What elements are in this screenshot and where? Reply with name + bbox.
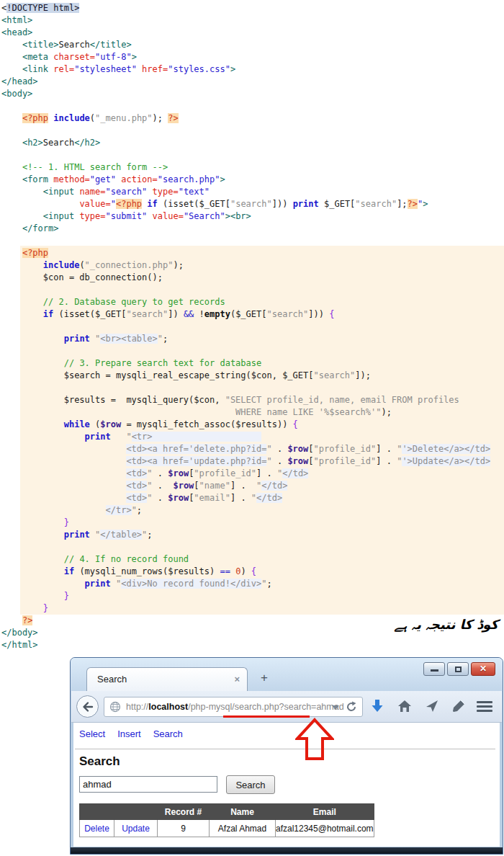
code-line: <td>" . $row["name"] . "</td> bbox=[1, 480, 504, 492]
window-bottom-edge bbox=[71, 847, 503, 854]
code-line bbox=[1, 235, 504, 247]
globe-icon bbox=[109, 701, 121, 713]
download-icon[interactable] bbox=[370, 699, 384, 713]
close-icon: ✕ bbox=[472, 664, 495, 674]
annotation-arrow-up-icon bbox=[295, 718, 334, 761]
url-host: localhost bbox=[148, 702, 188, 712]
code-line: while ($row = mysqli_fetch_assoc($result… bbox=[1, 419, 504, 431]
code-line: include("_connection.php"); bbox=[1, 259, 504, 272]
code-line: print "<div>No record found!</div>"; bbox=[1, 578, 504, 590]
table-cell: afzal12345@hotmail.com bbox=[276, 820, 374, 837]
code-line: </form> bbox=[1, 223, 504, 235]
code-line bbox=[1, 125, 504, 137]
code-line: <head> bbox=[1, 27, 504, 39]
update-link[interactable]: Update bbox=[122, 824, 150, 834]
table-cell: Delete bbox=[80, 820, 114, 837]
code-line: // 4. If no record found bbox=[1, 553, 504, 566]
tab-search[interactable]: Search × bbox=[86, 667, 248, 691]
code-line: $search = mysqli_real_escape_string($con… bbox=[1, 370, 504, 382]
table-body: DeleteUpdate9Afzal Ahmadafzal12345@hotma… bbox=[80, 820, 374, 837]
browser-window: ✕ Search × + http://localhost/php-mysql/… bbox=[70, 657, 503, 855]
code-line bbox=[1, 541, 504, 553]
code-line: print "</table>"; bbox=[1, 529, 504, 541]
table-header-cell: Name bbox=[210, 804, 276, 820]
table-row: DeleteUpdate9Afzal Ahmadafzal12345@hotma… bbox=[80, 820, 374, 837]
pen-icon[interactable] bbox=[451, 699, 466, 713]
code-line: <input type="submit" value="Search"><br> bbox=[1, 210, 504, 223]
code-lines: <!DOCTYPE html><html><head> <title>Searc… bbox=[1, 2, 504, 651]
menu-link-insert[interactable]: Insert bbox=[117, 728, 141, 739]
table-header-cell: Record # bbox=[158, 804, 210, 820]
menu-bar bbox=[477, 701, 492, 703]
minimize-icon bbox=[431, 669, 438, 672]
code-line: } bbox=[1, 602, 504, 615]
menu-link-search[interactable]: Search bbox=[153, 728, 183, 739]
restore-icon bbox=[455, 666, 462, 672]
code-line: <td>" . $row["profile_id"] . "</td> bbox=[1, 468, 504, 480]
table-header-cell bbox=[114, 804, 158, 820]
code-line: <td><a href='update.php?id=" . $row["pro… bbox=[1, 455, 504, 468]
delete-link[interactable]: Delete bbox=[84, 824, 109, 834]
home-icon[interactable] bbox=[397, 699, 412, 713]
code-line: <input name="search" type="text" bbox=[1, 186, 504, 198]
code-line: <title>Search</title> bbox=[1, 39, 504, 51]
code-line: $con = db_connection(); bbox=[1, 272, 504, 284]
menu-bar bbox=[477, 705, 492, 708]
new-tab-button[interactable]: + bbox=[255, 671, 274, 687]
code-line: if (mysqli_num_rows($results) == 0) { bbox=[1, 566, 504, 578]
menu-link-select[interactable]: Select bbox=[79, 728, 105, 739]
send-icon[interactable] bbox=[425, 699, 439, 713]
url-bar[interactable]: http://localhost/php-mysql/search.php?se… bbox=[104, 697, 363, 717]
code-line: } bbox=[1, 517, 504, 529]
search-submit-button[interactable]: Search bbox=[226, 775, 275, 794]
code-line bbox=[1, 382, 504, 394]
page-content: SelectInsertSearch Search Search Record … bbox=[73, 723, 500, 847]
code-line: <?php bbox=[1, 247, 504, 259]
restore-button[interactable] bbox=[447, 662, 469, 676]
code-line: if (isset($_GET["search"]) && !empty($_G… bbox=[1, 308, 504, 321]
page-title: Search bbox=[79, 754, 120, 769]
table-cell: 9 bbox=[158, 820, 210, 837]
divider bbox=[75, 749, 495, 749]
url-dropdown-icon[interactable] bbox=[332, 705, 339, 710]
code-line: $results = mysqli_query($con, "SELECT pr… bbox=[1, 394, 504, 406]
code-line: <html> bbox=[1, 14, 504, 27]
window-controls: ✕ bbox=[421, 662, 495, 676]
table-header-cell bbox=[80, 804, 114, 820]
url-path: /php-mysql/search.php?search=ahmad bbox=[188, 702, 343, 712]
urdu-caption: کوڈ کا نتیجہ یہ ہے bbox=[340, 617, 498, 633]
tab-close-icon[interactable]: × bbox=[234, 674, 240, 685]
code-line: WHERE name LIKE '%$search%'"); bbox=[1, 406, 504, 419]
table-header-row: Record #NameEmail bbox=[80, 804, 374, 820]
code-line: </html> bbox=[1, 639, 504, 651]
back-arrow-icon bbox=[81, 700, 95, 714]
site-menu: SelectInsertSearch bbox=[79, 728, 195, 739]
code-line bbox=[1, 149, 504, 161]
hamburger-menu-icon[interactable] bbox=[477, 701, 492, 715]
minimize-button[interactable] bbox=[423, 662, 445, 676]
code-line: <link rel="stylesheet" href="styles.css"… bbox=[1, 63, 504, 76]
results-table: Record #NameEmail DeleteUpdate9Afzal Ahm… bbox=[79, 803, 374, 837]
code-line bbox=[1, 284, 504, 296]
code-line bbox=[1, 345, 504, 357]
table-cell: Update bbox=[114, 820, 158, 837]
search-input[interactable] bbox=[79, 776, 217, 793]
table-cell: Afzal Ahmad bbox=[210, 820, 276, 837]
code-editor: <!DOCTYPE html><html><head> <title>Searc… bbox=[0, 0, 504, 654]
code-line: <td>" . $row["email"] . "</td> bbox=[1, 492, 504, 504]
code-line: <h2>Search</h2> bbox=[1, 137, 504, 149]
code-line: <form method="get" action="search.php"> bbox=[1, 174, 504, 186]
code-line: <!DOCTYPE html> bbox=[1, 2, 504, 14]
code-line: <meta charset="utf-8"> bbox=[1, 51, 504, 63]
code-line: print "<br><table>"; bbox=[1, 333, 504, 345]
code-line bbox=[1, 100, 504, 112]
url-protocol: http:// bbox=[126, 702, 148, 712]
table-header-cell: Email bbox=[276, 804, 374, 820]
code-line: } bbox=[1, 590, 504, 602]
close-button[interactable]: ✕ bbox=[471, 662, 495, 676]
back-button[interactable] bbox=[76, 695, 99, 718]
reload-icon[interactable] bbox=[345, 700, 358, 713]
code-line: </tr>"; bbox=[1, 504, 504, 517]
url-text: http://localhost/php-mysql/search.php?se… bbox=[126, 702, 344, 712]
code-line: // 2. Database query to get records bbox=[1, 296, 504, 308]
